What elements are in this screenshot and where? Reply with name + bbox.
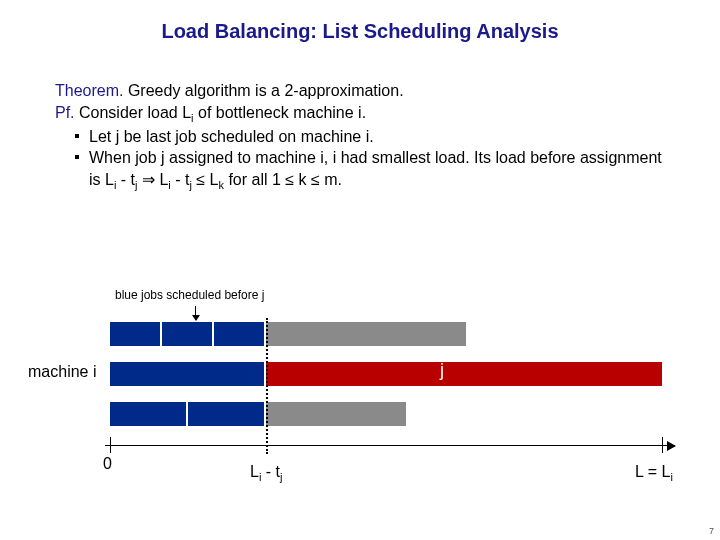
proof-text-a: Consider load L xyxy=(75,104,192,121)
job-segment xyxy=(214,322,264,346)
axis-right-sub: i xyxy=(670,471,672,483)
page-number: 7 xyxy=(709,526,714,536)
b2-forall: for all 1 ≤ k ≤ m. xyxy=(224,171,342,188)
dashed-divider xyxy=(266,318,268,454)
b2-minus: - t xyxy=(116,171,135,188)
b2-le: ≤ L xyxy=(192,171,219,188)
slide: Load Balancing: List Scheduling Analysis… xyxy=(0,0,720,540)
machine-i-label: machine i xyxy=(28,363,96,381)
proof-text-b: of bottleneck machine i. xyxy=(194,104,367,121)
axis-label-zero: 0 xyxy=(103,455,112,473)
job-segment xyxy=(110,322,160,346)
caption-arrow-icon xyxy=(195,306,196,320)
axis-mid-a: L xyxy=(250,463,259,480)
b2-minus2: - t xyxy=(171,171,190,188)
theorem-line: Theorem. Greedy algorithm is a 2-approxi… xyxy=(55,80,670,102)
axis-right-a: L = L xyxy=(635,463,670,480)
b2-implies: ⇒ L xyxy=(137,171,168,188)
schedule-chart: j xyxy=(110,322,670,452)
bullet-2: When job j assigned to machine i, i had … xyxy=(75,147,670,193)
axis-mid-sub2: j xyxy=(280,471,282,483)
bullet-1: Let j be last job scheduled on machine i… xyxy=(75,126,670,148)
axis-label-mid: Li - tj xyxy=(250,463,282,483)
job-segment xyxy=(110,362,264,386)
job-segment xyxy=(266,322,466,346)
body-text: Theorem. Greedy algorithm is a 2-approxi… xyxy=(55,80,670,193)
caption-blue-jobs: blue jobs scheduled before j xyxy=(115,288,264,302)
axis-mid-b: - t xyxy=(261,463,280,480)
axis-label-right: L = Li xyxy=(635,463,673,483)
page-title: Load Balancing: List Scheduling Analysis xyxy=(0,20,720,43)
job-segment xyxy=(110,402,186,426)
proof-line: Pf. Consider load Li of bottleneck machi… xyxy=(55,102,670,126)
theorem-text: Greedy algorithm is a 2-approximation. xyxy=(123,82,403,99)
x-axis xyxy=(105,445,675,446)
job-segment xyxy=(162,322,212,346)
proof-label: Pf. xyxy=(55,104,75,121)
job-segment xyxy=(266,402,406,426)
job-j-segment xyxy=(266,362,662,386)
theorem-label: Theorem. xyxy=(55,82,123,99)
job-segment xyxy=(188,402,264,426)
job-j-label: j xyxy=(440,360,444,381)
